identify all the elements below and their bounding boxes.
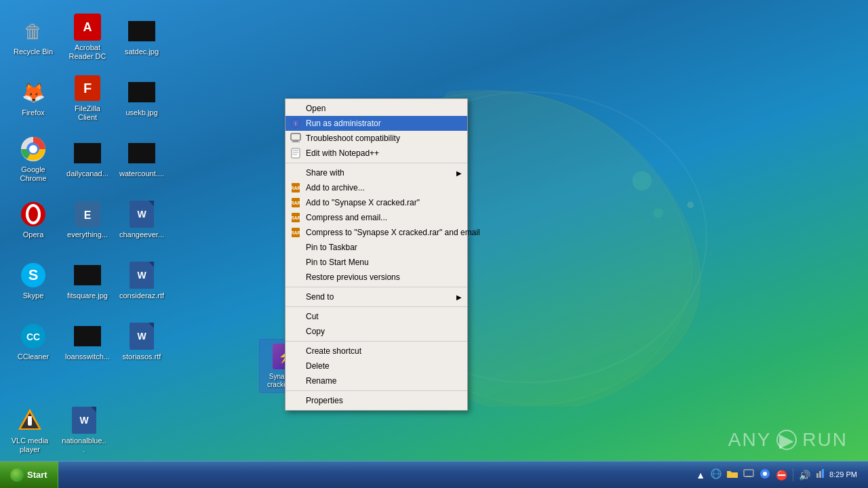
ctx-delete[interactable]: Delete	[285, 359, 467, 373]
chrome-label: Google Chrome	[10, 165, 56, 183]
speaker-icon[interactable]: 🔊	[799, 470, 810, 481]
ctx-rar-icon-4: RAR	[290, 226, 302, 239]
desktop-icon-vlc[interactable]: VLC media player	[3, 403, 56, 458]
ctx-send-to[interactable]: Send to ▶	[285, 289, 467, 304]
ctx-share-with[interactable]: Share with ▶	[285, 165, 467, 180]
ctx-pin-start[interactable]: Pin to Start Menu	[285, 255, 467, 270]
tray-stop-icon[interactable]: ⛔	[776, 470, 787, 481]
tray-folder-icon[interactable]	[727, 469, 738, 481]
anyrun-text-run: RUN	[802, 429, 848, 451]
network-icon[interactable]	[814, 468, 825, 481]
ctx-create-shortcut-label: Create shortcut	[306, 346, 361, 356]
desktop-icon-changeever[interactable]: W changeever...	[115, 190, 168, 251]
dailycanad-icon	[74, 140, 101, 167]
svg-text:!: !	[295, 121, 296, 126]
svg-rect-24	[291, 134, 300, 140]
tray-chrome-icon[interactable]	[760, 468, 770, 481]
ctx-compress-email[interactable]: RAR Compress and email...	[285, 210, 467, 225]
ctx-properties-label: Properties	[306, 396, 343, 405]
desktop-icon-firefox[interactable]: 🦊 Firefox	[7, 68, 60, 129]
ctx-compat-icon	[290, 132, 302, 144]
ctx-add-rar-label: Add to "Synapse X cracked.rar"	[306, 198, 420, 207]
anyrun-text-any: ANY	[728, 429, 772, 451]
filezilla-icon: F	[74, 75, 101, 102]
usekb-label: usekb.jpg	[125, 108, 157, 117]
desktop-icon-dailycanad[interactable]: dailycanad...	[61, 129, 114, 190]
desktop-icon-ccleaner[interactable]: CC CCleaner	[7, 312, 60, 373]
ctx-add-archive-label: Add to archive...	[306, 183, 365, 192]
ctx-add-archive[interactable]: RAR Add to archive...	[285, 180, 467, 195]
ccleaner-icon: CC	[20, 323, 47, 350]
ctx-troubleshoot[interactable]: Troubleshoot compatibility	[285, 131, 467, 146]
taskbar-middle	[58, 462, 691, 488]
tray-up-arrow-icon[interactable]: ▲	[696, 470, 705, 481]
ctx-cut-label: Cut	[306, 312, 319, 321]
desktop-icon-everything[interactable]: E everything...	[61, 190, 114, 251]
desktop-icon-loansswitch[interactable]: loansswitch...	[61, 312, 114, 373]
desktop-icon-satdec[interactable]: satdec.jpg	[115, 7, 168, 68]
tray-media-icon[interactable]	[743, 468, 754, 481]
desktop-icon-recycle-bin[interactable]: 🗑 Recycle Bin	[7, 7, 60, 68]
ctx-restore-versions-label: Restore previous versions	[306, 272, 400, 282]
start-button[interactable]: Start	[0, 462, 58, 488]
ctx-edit-notepad[interactable]: Edit with Notepad++	[285, 146, 467, 161]
desktop-icon-acrobat[interactable]: A Acrobat Reader DC	[61, 7, 114, 68]
ctx-share-with-label: Share with	[306, 168, 344, 178]
ctx-open[interactable]: Open	[285, 101, 467, 116]
svg-point-3	[687, 202, 694, 209]
everything-icon: E	[74, 201, 101, 228]
ctx-copy[interactable]: Copy	[285, 324, 467, 339]
tray-ie-icon[interactable]	[711, 468, 722, 481]
storiasos-label: storiasos.rtf	[123, 352, 161, 361]
skype-icon: S	[20, 262, 47, 289]
ctx-copy-label: Copy	[306, 327, 325, 336]
ctx-add-rar[interactable]: RAR Add to "Synapse X cracked.rar"	[285, 195, 467, 210]
svg-point-2	[653, 208, 663, 218]
ctx-rar-icon-2: RAR	[290, 197, 302, 209]
satdec-icon	[128, 18, 155, 45]
ctx-pin-taskbar[interactable]: Pin to Taskbar	[285, 240, 467, 255]
ctx-create-shortcut[interactable]: Create shortcut	[285, 344, 467, 359]
desktop-icon-fitsquare[interactable]: fitsquare.jpg	[61, 251, 114, 312]
start-label: Start	[27, 470, 47, 480]
ctx-compress-rar-email[interactable]: RAR Compress to "Synapse X cracked.rar" …	[285, 225, 467, 240]
svg-point-45	[763, 472, 767, 476]
ccleaner-label: CCleaner	[18, 352, 49, 361]
desktop-icon-usekb[interactable]: usekb.jpg	[115, 68, 168, 129]
svg-text:F: F	[83, 81, 92, 96]
nationalblue-icon: W	[71, 407, 98, 434]
ctx-cut[interactable]: Cut	[285, 309, 467, 324]
ctx-properties[interactable]: Properties	[285, 393, 467, 408]
desktop-icons-area: 🗑 Recycle Bin A Acrobat Reader DC satdec…	[7, 7, 170, 373]
desktop-icon-storiasos[interactable]: W storiasos.rtf	[115, 312, 168, 373]
ctx-sep1	[285, 163, 467, 163]
desktop-icon-skype[interactable]: S Skype	[7, 251, 60, 312]
ctx-rename[interactable]: Rename	[285, 373, 467, 388]
ctx-restore-versions[interactable]: Restore previous versions	[285, 270, 467, 285]
usekb-icon	[128, 79, 155, 106]
desktop-icon-watercount[interactable]: watercount....	[115, 129, 168, 190]
clock-time: 8:29 PM	[829, 470, 857, 480]
ctx-run-admin[interactable]: ! Run as administrator	[285, 116, 467, 131]
ctx-pin-start-label: Pin to Start Menu	[306, 258, 369, 267]
taskbar: Start ▲ ⛔ 🔊	[0, 461, 868, 488]
context-menu: Open ! Run as administrator Troubleshoot…	[285, 98, 468, 411]
desktop-icon-consideraz[interactable]: W consideraz.rtf	[115, 251, 168, 312]
desktop-icon-opera[interactable]: Opera	[7, 190, 60, 251]
recycle-bin-icon: 🗑	[20, 18, 47, 45]
desktop-icon-filezilla[interactable]: F FileZilla Client	[61, 68, 114, 129]
ctx-notepad-icon	[290, 147, 302, 159]
skype-label: Skype	[23, 291, 44, 300]
svg-rect-47	[819, 471, 821, 478]
chrome-icon	[20, 136, 47, 163]
desktop-icon-nationalblue[interactable]: W nationalblue...	[58, 403, 111, 458]
ctx-rar-icon-1: RAR	[290, 182, 302, 194]
ctx-rar-icon-3: RAR	[290, 211, 302, 224]
fitsquare-label: fitsquare.jpg	[67, 291, 108, 300]
system-clock[interactable]: 8:29 PM	[829, 470, 857, 480]
svg-point-10	[29, 145, 37, 153]
desktop-icon-chrome[interactable]: Google Chrome	[7, 129, 60, 190]
svg-text:A: A	[83, 20, 92, 34]
ctx-run-admin-label: Run as administrator	[306, 119, 381, 128]
acrobat-icon: A	[74, 14, 101, 41]
